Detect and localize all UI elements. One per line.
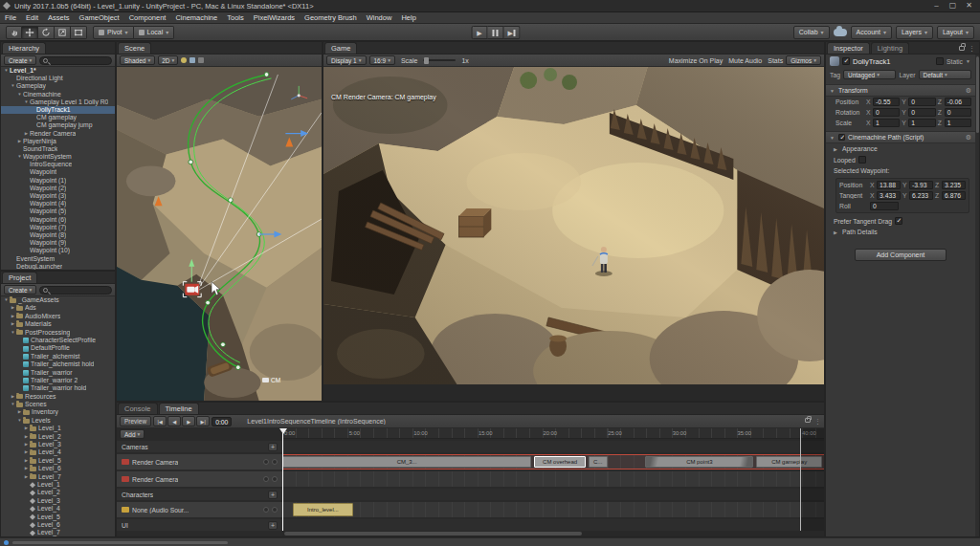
foldout-arrow-icon[interactable]: ▼ [10, 401, 16, 408]
path-details-foldout[interactable]: ▶ Path Details [826, 227, 975, 237]
play-button[interactable]: ▶ [472, 26, 488, 39]
track-lock-toggle[interactable] [272, 507, 278, 513]
maximize-button[interactable]: ▢ [945, 0, 961, 11]
project-item-trailer-warrior[interactable]: Trailer_warrior [1, 369, 115, 377]
foldout-arrow-icon[interactable]: ▶ [23, 465, 30, 472]
minimize-button[interactable]: – [928, 0, 945, 11]
project-item-level-1[interactable]: Level_1 [1, 481, 115, 489]
collab-dropdown[interactable]: Collab [793, 26, 830, 39]
layers-dropdown[interactable]: Layers [896, 26, 933, 39]
position-z-field[interactable]: -0.06 [945, 98, 971, 106]
2d-toggle[interactable]: 2D [158, 55, 178, 65]
transport-button[interactable]: ▶| [196, 416, 210, 426]
track-lane-render-camera[interactable]: CM_3...CM overheadC...CM point3CM gamepl… [282, 454, 824, 470]
hierarchy-item-soundtrack[interactable]: SoundTrack [1, 145, 115, 153]
menu-edit[interactable]: Edit [21, 12, 43, 23]
aspect-dropdown[interactable]: 16:9 [369, 55, 395, 65]
timeline-clip-cm-3[interactable]: CM_3... [282, 456, 531, 468]
hierarchy-item-eventsystem[interactable]: EventSystem [1, 255, 115, 263]
maximize-on-play-toggle[interactable]: Maximize On Play [666, 57, 725, 64]
hierarchy-item-cm-gameplay-jump[interactable]: CM gameplay jump [1, 121, 115, 129]
hierarchy-item-waypoint-7[interactable]: Waypoint (7) [1, 224, 115, 231]
add-track-button[interactable]: + [268, 491, 278, 499]
game-viewport[interactable]: CM Render Camera: CM gameplay [323, 67, 824, 401]
hierarchy-item-waypoint-6[interactable]: Waypoint (6) [1, 216, 115, 224]
hierarchy-item-waypoint-5[interactable]: Waypoint (5) [1, 207, 115, 215]
timeline-hscrollbar[interactable] [282, 531, 824, 536]
gizmos-dropdown[interactable]: Gizmos [786, 55, 821, 65]
menu-assets[interactable]: Assets [43, 12, 75, 23]
project-item-trailer-warrior-2[interactable]: Trailer_warrior 2 [1, 377, 115, 384]
draw-mode-dropdown[interactable]: Shaded [120, 55, 155, 65]
foldout-arrow-icon[interactable]: ▼ [3, 296, 10, 304]
timeline-add-dropdown[interactable]: Add [120, 429, 145, 439]
track-header-characters[interactable]: Characters+ [117, 489, 282, 500]
track-mute-toggle[interactable] [263, 459, 269, 465]
menu-tools[interactable]: Tools [222, 12, 249, 23]
project-item-level-2[interactable]: ▶Level_2 [1, 433, 115, 441]
foldout-arrow-icon[interactable]: ▶ [23, 425, 30, 432]
foldout-arrow-icon[interactable]: ▶ [23, 433, 30, 441]
track-header-none-audio-sour[interactable]: None (Audio Sour... [117, 502, 282, 517]
display-dropdown[interactable]: Display 1 [326, 55, 367, 65]
hierarchy-item-waypoint-8[interactable]: Waypoint (8) [1, 231, 115, 239]
menu-gameobject[interactable]: GameObject [75, 12, 124, 23]
transform-component-header[interactable]: ▼ Transform ⚙ [826, 84, 975, 97]
project-item-inventory[interactable]: ▶Inventory [1, 408, 115, 416]
add-track-button[interactable]: + [268, 443, 278, 451]
hscroll-thumb[interactable] [284, 532, 582, 535]
project-item-resources[interactable]: ▶Resources [1, 393, 115, 401]
transport-button[interactable]: |◀ [153, 416, 167, 426]
menu-cinemachine[interactable]: Cinemachine [170, 12, 222, 23]
project-item-level-4[interactable]: Level_4 [1, 505, 115, 513]
hierarchy-create-dropdown[interactable]: Create [4, 55, 36, 65]
project-search-input[interactable] [39, 286, 112, 295]
hierarchy-item-render-camera[interactable]: ▶Render Camera [1, 130, 115, 138]
rect-tool-button[interactable] [71, 26, 87, 39]
hierarchy-item-directional-light[interactable]: Directional Light [1, 75, 115, 82]
hierarchy-item-waypoint-4[interactable]: Waypoint (4) [1, 200, 115, 207]
project-item-level-2[interactable]: Level_2 [1, 489, 115, 496]
foldout-arrow-icon[interactable]: ▶ [10, 304, 16, 312]
menu-help[interactable]: Help [396, 12, 420, 23]
track-lane-ui[interactable] [282, 519, 824, 531]
mute-audio-toggle[interactable]: Mute Audio [725, 57, 765, 64]
menu-file[interactable]: File [0, 12, 21, 23]
rotation-z-field[interactable]: 0 [945, 108, 971, 117]
project-item-level-5[interactable]: ▶Level_5 [1, 457, 115, 465]
foldout-arrow-icon[interactable]: ▶ [23, 473, 30, 481]
hierarchy-item-cinemachine[interactable]: ▼Cinemachine [1, 91, 115, 98]
stats-toggle[interactable]: Stats [765, 57, 786, 64]
menu-window[interactable]: Window [362, 12, 397, 23]
timeline-ruler[interactable]: 0:005:0010:0015:0020:0025:0030:0035:0040… [282, 428, 824, 439]
project-item-postprocessing[interactable]: ▼PostProcessing [1, 329, 115, 337]
menu-component[interactable]: Component [124, 12, 171, 23]
hierarchy-item-waypoint-1[interactable]: Waypoint (1) [1, 177, 115, 185]
waypoint-tangent-z-field[interactable]: 6.876 [942, 191, 966, 200]
hierarchy-search-input[interactable] [39, 56, 112, 65]
timeline-clip-intro-level[interactable]: Intro_level... [293, 503, 352, 516]
timeline-time-field[interactable]: 0:00 [212, 417, 232, 426]
scale-tool-button[interactable] [55, 26, 71, 39]
foldout-arrow-icon[interactable]: ▶ [10, 313, 16, 320]
foldout-arrow-icon[interactable]: ▼ [10, 82, 16, 90]
static-dropdown-arrow[interactable]: ▼ [966, 58, 971, 64]
position-x-field[interactable]: -0.55 [873, 98, 900, 106]
rotation-x-field[interactable]: 0 [873, 108, 900, 117]
menu-geometry-brush[interactable]: Geometry Brush [300, 12, 362, 23]
hierarchy-item-level-1[interactable]: ▼Level_1* [1, 67, 115, 75]
scale-x-field[interactable]: 1 [873, 119, 900, 127]
status-bar[interactable] [0, 537, 980, 546]
track-header-render-camera[interactable]: Render Camera [117, 454, 282, 470]
gear-icon[interactable]: ⚙ [966, 134, 971, 142]
project-item-trailer-alchemist[interactable]: Trailer_alchemist [1, 353, 115, 360]
project-item-level-3[interactable]: Level_3 [1, 497, 115, 505]
project-item-level-6[interactable]: Level_6 [1, 521, 115, 529]
foldout-arrow-icon[interactable]: ▶ [10, 320, 16, 328]
timeline-clip-cm-gameplay[interactable]: CM gameplay [756, 456, 822, 468]
foldout-arrow-icon[interactable]: ▶ [16, 408, 23, 416]
looped-checkbox[interactable] [858, 156, 866, 164]
project-item-scenes[interactable]: ▼Scenes [1, 401, 115, 408]
hierarchy-item-debuglauncher[interactable]: DebugLauncher [1, 263, 115, 270]
step-button[interactable]: ▶ [504, 26, 521, 39]
